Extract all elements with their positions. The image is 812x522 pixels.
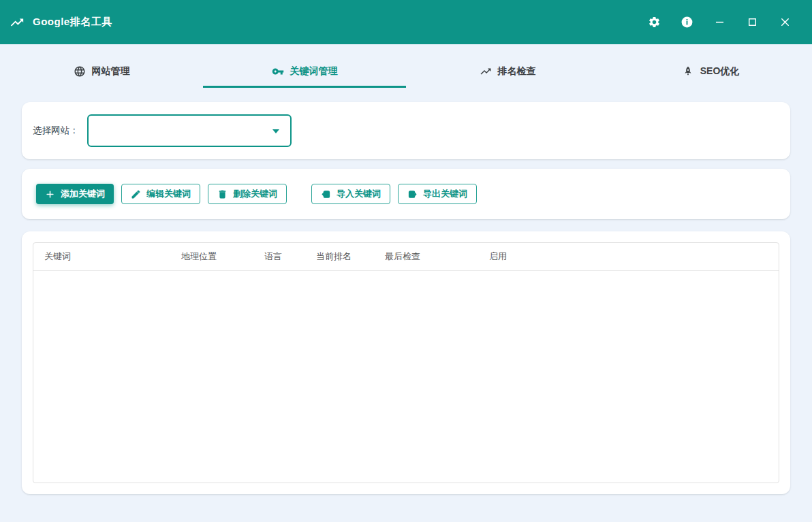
- site-select[interactable]: [87, 114, 292, 147]
- keyword-table-header: 关键词 地理位置 语言 当前排名 最后检查 启用: [33, 243, 779, 271]
- button-label: 导入关键词: [337, 188, 381, 200]
- column-header-location: 地理位置: [170, 243, 253, 271]
- tab-label: 网站管理: [92, 65, 130, 78]
- delete-keyword-button[interactable]: 删除关键词: [208, 184, 287, 204]
- close-icon: [779, 16, 792, 29]
- export-keywords-button[interactable]: 导出关键词: [398, 184, 477, 204]
- trending-up-icon: [480, 65, 492, 78]
- close-button[interactable]: [768, 9, 801, 36]
- button-label: 编辑关键词: [146, 188, 191, 200]
- gear-icon: [648, 16, 661, 29]
- tab-label: SEO优化: [700, 65, 740, 78]
- export-icon: [407, 189, 418, 199]
- trending-up-icon: [10, 15, 25, 30]
- key-icon: [272, 65, 284, 78]
- add-keyword-button[interactable]: 添加关键词: [36, 184, 114, 204]
- main-content: 选择网站： 添加关键词 编辑关键词: [0, 88, 812, 522]
- column-header-language: 语言: [253, 243, 305, 271]
- pencil-icon: [131, 189, 141, 199]
- window-title: Google排名工具: [33, 16, 112, 29]
- tab-seo-optimization[interactable]: SEO优化: [609, 57, 812, 88]
- maximize-button[interactable]: [736, 9, 768, 36]
- tab-rank-check[interactable]: 排名检查: [406, 57, 609, 88]
- column-header-current-rank: 当前排名: [305, 243, 374, 271]
- import-icon: [321, 189, 331, 199]
- keyword-table: 关键词 地理位置 语言 当前排名 最后检查 启用: [33, 243, 779, 271]
- import-keywords-button[interactable]: 导入关键词: [311, 184, 390, 204]
- tab-bar: 网站管理 关键词管理 排名检查 SEO优化: [0, 57, 812, 88]
- trash-icon: [217, 189, 228, 199]
- minimize-icon: [713, 16, 726, 29]
- app-window: Google排名工具: [0, 0, 812, 522]
- button-label: 导出关键词: [423, 188, 467, 200]
- settings-button[interactable]: [638, 9, 670, 36]
- info-icon: [681, 16, 693, 29]
- info-button[interactable]: [670, 9, 703, 36]
- column-header-enabled: 启用: [478, 243, 779, 271]
- keyword-table-card: 关键词 地理位置 语言 当前排名 最后检查 启用: [22, 231, 790, 494]
- site-selector-card: 选择网站：: [22, 102, 790, 159]
- titlebar-left: Google排名工具: [10, 15, 112, 30]
- keyword-toolbar-card: 添加关键词 编辑关键词 删除关键词 导入关键词: [22, 169, 790, 219]
- tab-label: 排名检查: [498, 65, 536, 78]
- tab-website-management[interactable]: 网站管理: [0, 57, 203, 88]
- maximize-icon: [746, 16, 759, 29]
- globe-icon: [74, 65, 86, 78]
- titlebar: Google排名工具: [0, 0, 812, 44]
- button-label: 添加关键词: [61, 188, 105, 200]
- column-header-keyword: 关键词: [33, 243, 170, 271]
- minimize-button[interactable]: [703, 9, 736, 36]
- tab-keyword-management[interactable]: 关键词管理: [203, 57, 406, 88]
- plus-icon: [45, 189, 55, 199]
- tab-label: 关键词管理: [290, 65, 338, 78]
- keyword-table-wrap: 关键词 地理位置 语言 当前排名 最后检查 启用: [33, 242, 779, 483]
- button-label: 删除关键词: [233, 188, 277, 200]
- rocket-icon: [682, 65, 694, 78]
- titlebar-controls: [638, 9, 801, 36]
- column-header-last-check: 最后检查: [374, 243, 478, 271]
- chevron-down-icon: [272, 129, 279, 133]
- edit-keyword-button[interactable]: 编辑关键词: [121, 184, 200, 204]
- table-header-row: 关键词 地理位置 语言 当前排名 最后检查 启用: [33, 243, 779, 271]
- site-selector-label: 选择网站：: [33, 125, 79, 137]
